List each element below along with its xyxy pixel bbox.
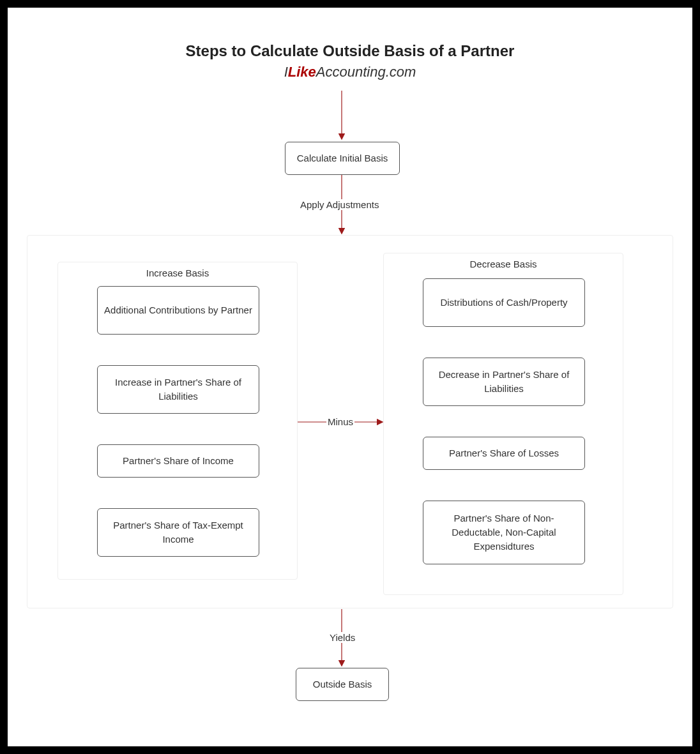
group-title-increase: Increase Basis: [58, 268, 297, 278]
diagram-title: Steps to Calculate Outside Basis of a Pa…: [8, 42, 692, 60]
node-decrease-item-2: Partner's Share of Losses: [423, 437, 585, 470]
node-increase-item-0: Additional Contributions by Partner: [97, 286, 259, 335]
edge-label-yields: Yields: [328, 632, 356, 643]
node-decrease-item-1: Decrease in Partner's Share of Liabiliti…: [423, 358, 585, 406]
node-decrease-item-3: Partner's Share of Non-Deductable, Non-C…: [423, 501, 585, 564]
node-increase-item-3: Partner's Share of Tax-Exempt Income: [97, 508, 259, 557]
node-increase-item-2: Partner's Share of Income: [97, 444, 259, 478]
node-decrease-item-0: Distributions of Cash/Property: [423, 278, 585, 327]
node-initial-basis: Calculate Initial Basis: [285, 142, 400, 175]
group-title-decrease: Decrease Basis: [384, 259, 623, 269]
subtitle-rest: Accounting.com: [316, 64, 416, 80]
node-increase-item-1: Increase in Partner's Share of Liabiliti…: [97, 365, 259, 414]
edge-label-apply-adjustments: Apply Adjustments: [299, 199, 380, 210]
diagram-subtitle: ILikeAccounting.com: [8, 64, 692, 80]
edge-label-minus: Minus: [326, 416, 354, 427]
diagram-frame: Steps to Calculate Outside Basis of a Pa…: [8, 8, 692, 746]
node-outside-basis: Outside Basis: [296, 668, 389, 701]
subtitle-like: Like: [288, 64, 316, 80]
